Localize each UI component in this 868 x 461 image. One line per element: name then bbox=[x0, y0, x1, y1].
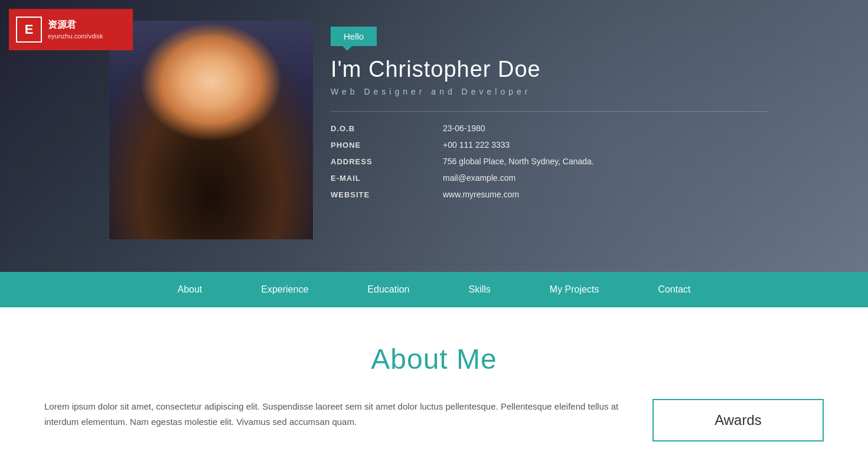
info-value-dob: 23-06-1980 bbox=[443, 124, 850, 133]
navigation-bar: AboutExperienceEducationSkillsMy Project… bbox=[0, 272, 868, 307]
info-value-website: www.myresume.com bbox=[443, 190, 850, 199]
hero-name: I'm Christopher Doe bbox=[331, 57, 850, 82]
info-value-address: 756 global Place, North Sydney, Canada. bbox=[443, 157, 850, 166]
profile-photo bbox=[109, 21, 313, 239]
nav-item-education[interactable]: Education bbox=[338, 272, 439, 307]
logo-icon: E bbox=[16, 17, 42, 43]
hello-bubble: Hello bbox=[331, 27, 377, 46]
logo[interactable]: E 资源君 eyunzhu.com/vdisk bbox=[9, 9, 133, 50]
nav-item-my-projects[interactable]: My Projects bbox=[520, 272, 629, 307]
nav-item-experience[interactable]: Experience bbox=[231, 272, 338, 307]
info-label-phone: PHONE bbox=[331, 141, 384, 150]
info-label-address: ADDRESS bbox=[331, 157, 384, 166]
content-wrapper: Lorem ipsum dolor sit amet, consectetur … bbox=[21, 399, 847, 441]
info-label-dob: D.O.B bbox=[331, 124, 384, 133]
info-value-email: mail@example.com bbox=[443, 173, 850, 183]
divider bbox=[331, 111, 768, 112]
about-section-title: About Me bbox=[0, 343, 868, 375]
hero-section: E 资源君 eyunzhu.com/vdisk Hello I'm Christ… bbox=[0, 0, 868, 272]
nav-item-about[interactable]: About bbox=[148, 272, 231, 307]
hero-subtitle: Web Designer and Developer bbox=[331, 87, 850, 96]
awards-title: Awards bbox=[665, 412, 811, 428]
profile-photo-inner bbox=[109, 21, 313, 239]
info-grid: D.O.B23-06-1980PHONE+00 111 222 3333ADDR… bbox=[331, 124, 850, 199]
main-content: About Me Lorem ipsum dolor sit amet, con… bbox=[0, 307, 868, 461]
logo-text: 资源君 eyunzhu.com/vdisk bbox=[48, 18, 103, 41]
info-label-email: E-MAIL bbox=[331, 174, 384, 183]
nav-item-skills[interactable]: Skills bbox=[439, 272, 520, 307]
portrait-simulation bbox=[109, 21, 313, 239]
info-panel: Hello I'm Christopher Doe Web Designer a… bbox=[331, 27, 850, 199]
about-body-text: Lorem ipsum dolor sit amet, consectetur … bbox=[44, 399, 629, 441]
info-value-phone: +00 111 222 3333 bbox=[443, 140, 850, 150]
nav-item-contact[interactable]: Contact bbox=[628, 272, 720, 307]
awards-box: Awards bbox=[652, 399, 824, 441]
info-label-website: WEBSITE bbox=[331, 190, 384, 199]
